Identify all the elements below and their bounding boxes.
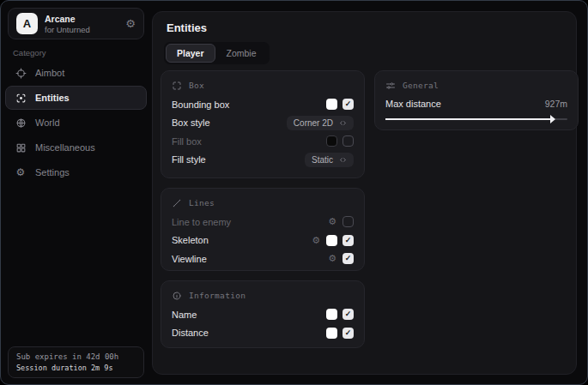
scan-entity-icon [15, 92, 27, 104]
chevrons-left-right-icon [339, 156, 347, 164]
name-label: Name [172, 310, 326, 320]
main-panel: Entities Player Zombie Box Bounding box … [152, 11, 577, 375]
subscription-info-box: Sub expires in 42d 00h Session duration … [8, 346, 144, 378]
general-section-card: General Max distance 927m [374, 70, 579, 130]
viewline-checkbox[interactable]: ✓ [342, 253, 354, 264]
max-distance-label: Max distance [385, 99, 545, 109]
grid-icon [15, 141, 27, 153]
max-distance-value: 927m [545, 99, 567, 109]
line-to-enemy-settings-icon[interactable]: ⚙ [328, 217, 336, 226]
bounding-box-checkbox[interactable]: ✓ [342, 99, 354, 110]
sidebar-item-settings[interactable]: ⚙ Settings [5, 160, 147, 184]
fill-box-checkbox[interactable] [342, 135, 354, 147]
slider-thumb[interactable] [550, 115, 555, 123]
skeleton-settings-icon[interactable]: ⚙ [312, 236, 320, 245]
line-to-enemy-checkbox[interactable] [342, 216, 354, 227]
check-icon: ✓ [345, 237, 352, 244]
category-label: Category [13, 48, 46, 57]
globe-icon [15, 117, 27, 129]
sidebar-nav: Aimbot Entities World Miscellaneous [5, 61, 147, 185]
sidebar-item-aimbot[interactable]: Aimbot [5, 61, 147, 85]
brand-card: A Arcane for Unturned ⚙ [8, 8, 144, 39]
crosshair-icon [15, 67, 27, 79]
distance-row: Distance ✓ [172, 324, 354, 343]
box-section-header: Box [172, 78, 354, 93]
sub-expiry-text: Sub expires in 42d 00h [16, 352, 136, 361]
sidebar-item-label: Settings [35, 167, 70, 177]
app-title: Arcane [45, 14, 125, 24]
fill-box-label: Fill box [172, 136, 326, 147]
sidebar-item-entities[interactable]: Entities [5, 86, 147, 110]
tab-zombie[interactable]: Zombie [215, 44, 268, 63]
viewline-row: Viewline ⚙ ✓ [172, 250, 354, 268]
name-checkbox[interactable]: ✓ [342, 309, 354, 320]
fill-box-color-swatch[interactable] [326, 135, 337, 147]
box-corners-icon [172, 81, 182, 91]
brand-texts: Arcane for Unturned [45, 14, 125, 34]
fill-style-dropdown[interactable]: Static [305, 153, 354, 167]
distance-checkbox[interactable]: ✓ [342, 328, 354, 339]
tab-player[interactable]: Player [166, 44, 215, 63]
line-to-enemy-row: Line to enemy ⚙ [172, 213, 354, 232]
bounding-box-label: Bounding box [172, 99, 326, 110]
fill-style-value: Static [312, 155, 333, 165]
sidebar-item-label: Entities [35, 93, 70, 103]
distance-color-swatch[interactable] [326, 328, 337, 339]
app-logo: A [16, 13, 38, 34]
sidebar-item-label: Aimbot [35, 68, 64, 78]
skeleton-label: Skeleton [172, 235, 312, 245]
box-style-label: Box style [172, 117, 287, 128]
box-section-card: Box Bounding box ✓ Box style Corner 2D F… [161, 70, 365, 178]
skeleton-checkbox[interactable]: ✓ [342, 235, 354, 246]
lines-section-title: Lines [189, 198, 215, 208]
viewline-settings-icon[interactable]: ⚙ [328, 254, 336, 263]
box-section-title: Box [189, 81, 204, 90]
name-row: Name ✓ [172, 305, 354, 324]
name-color-swatch[interactable] [326, 309, 337, 320]
skeleton-color-swatch[interactable] [326, 235, 337, 246]
lines-section-header: Lines [172, 196, 354, 210]
entity-tabs: Player Zombie [164, 42, 270, 64]
info-icon [172, 291, 182, 301]
information-section-title: Information [189, 291, 246, 300]
sidebar: A Arcane for Unturned ⚙ Category Aimbot … [1, 1, 152, 384]
session-duration-text: Session duration 2m 9s [16, 364, 136, 372]
fill-style-row: Fill style Static [172, 151, 354, 170]
distance-label: Distance [172, 328, 326, 338]
box-style-row: Box style Corner 2D [172, 114, 354, 133]
brand-gear-icon[interactable]: ⚙ [125, 18, 136, 29]
general-section-header: General [385, 78, 567, 93]
check-icon: ✓ [345, 329, 352, 337]
fill-style-label: Fill style [172, 154, 305, 165]
fill-box-row: Fill box [172, 132, 354, 151]
lines-section-card: Lines Line to enemy ⚙ Skeleton ⚙ ✓ Viewl… [161, 188, 365, 271]
page-title: Entities [167, 21, 207, 34]
diagonal-line-icon [172, 198, 182, 208]
box-style-value: Corner 2D [294, 118, 333, 128]
information-section-header: Information [172, 288, 354, 303]
check-icon: ✓ [345, 255, 352, 262]
check-icon: ✓ [345, 100, 352, 108]
slider-fill [385, 118, 551, 120]
app-window: A Arcane for Unturned ⚙ Category Aimbot … [0, 0, 588, 385]
max-distance-slider[interactable] [385, 115, 567, 123]
gear-icon: ⚙ [15, 166, 27, 178]
line-to-enemy-label: Line to enemy [172, 217, 328, 227]
sidebar-item-world[interactable]: World [5, 111, 147, 135]
check-icon: ✓ [345, 310, 352, 318]
sliders-icon [385, 81, 396, 91]
viewline-label: Viewline [172, 254, 328, 264]
max-distance-row: Max distance 927m [385, 95, 567, 112]
sidebar-item-label: World [35, 117, 60, 128]
general-section-title: General [403, 81, 439, 90]
sidebar-item-label: Miscellaneous [35, 142, 95, 153]
chevrons-left-right-icon [339, 119, 347, 127]
app-subtitle: for Unturned [45, 25, 125, 34]
box-style-dropdown[interactable]: Corner 2D [287, 116, 354, 130]
bounding-box-row: Bounding box ✓ [172, 95, 354, 114]
skeleton-row: Skeleton ⚙ ✓ [172, 232, 354, 250]
information-section-card: Information Name ✓ Distance ✓ [161, 280, 365, 348]
bounding-box-color-swatch[interactable] [326, 99, 337, 110]
sidebar-item-miscellaneous[interactable]: Miscellaneous [5, 135, 147, 159]
